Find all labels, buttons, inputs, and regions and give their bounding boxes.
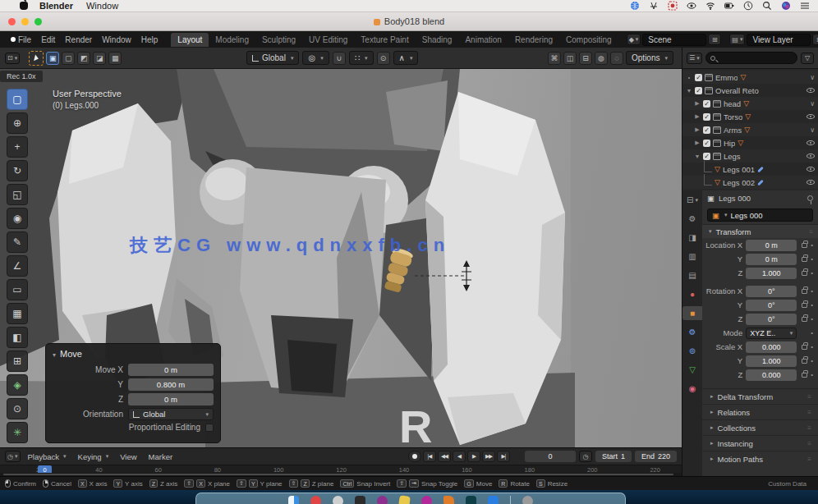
viewport-3d[interactable]: Rec 1.0x User Perspective (0) Legs.000 ▢…: [0, 69, 682, 447]
editor-type-button[interactable]: ⊟▾: [684, 193, 701, 207]
lock-icon[interactable]: [802, 303, 807, 308]
tab-view-layer-properties[interactable]: ▤: [684, 268, 701, 282]
scale-z-field[interactable]: 0.000: [746, 369, 797, 381]
lock-icon[interactable]: [802, 271, 807, 276]
tool-scale-button[interactable]: ◱: [7, 184, 28, 205]
menu-render[interactable]: Render: [60, 35, 97, 44]
rotation-y-field[interactable]: 0°: [746, 300, 797, 311]
chevron-down-icon[interactable]: ∨: [810, 126, 815, 134]
dock-app-gray-icon[interactable]: [333, 496, 343, 504]
tool-extrude-button[interactable]: ▦: [7, 303, 28, 324]
view-layer-name-field[interactable]: View Layer: [747, 34, 811, 46]
tool-add-primitive-button[interactable]: ▭: [7, 279, 28, 300]
tool-cursor-button[interactable]: ⊕: [7, 112, 28, 134]
orientation-dropdown[interactable]: Global▾: [128, 408, 214, 420]
tab-uv-editing[interactable]: UV Editing: [302, 33, 354, 47]
menu-help[interactable]: Help: [136, 35, 163, 44]
tool-measure-button[interactable]: ∠: [7, 255, 28, 277]
tool-rotate-button[interactable]: ↻: [7, 160, 28, 181]
chevron-down-icon[interactable]: ∨: [810, 74, 815, 81]
tab-modeling[interactable]: Modeling: [209, 33, 255, 47]
location-x-field[interactable]: 0 m: [746, 240, 797, 251]
scale-x-field[interactable]: 0.000: [746, 341, 797, 353]
proportional-edit-button[interactable]: ⊙: [377, 52, 390, 65]
tool-poly-build-button[interactable]: ✳: [7, 422, 28, 443]
marker-menu[interactable]: Marker: [145, 452, 177, 461]
jump-to-end-button[interactable]: ▶|: [497, 451, 510, 462]
scene-browse-icon[interactable]: ◆▾: [627, 34, 641, 45]
globe-icon[interactable]: [630, 1, 640, 11]
toggle-xray-button[interactable]: ⊟: [579, 52, 592, 65]
next-keyframe-button[interactable]: ▶▶: [482, 451, 495, 462]
select-mode-tweak-button[interactable]: ▣: [46, 52, 59, 65]
tab-shading[interactable]: Shading: [416, 33, 459, 47]
keying-menu[interactable]: Keying▾: [74, 452, 113, 461]
tab-output-properties[interactable]: ▥: [684, 250, 701, 263]
move-z-field[interactable]: 0 m: [128, 393, 214, 405]
lock-icon[interactable]: [802, 243, 807, 248]
tab-animation[interactable]: Animation: [458, 33, 508, 47]
collection-checkbox[interactable]: [703, 153, 710, 160]
play-reverse-button[interactable]: ◀: [453, 451, 466, 462]
section-instancing[interactable]: ▸Instancing≡: [702, 435, 818, 451]
select-mode-paint-button[interactable]: ▦: [108, 52, 122, 65]
dock-finder-icon[interactable]: [288, 496, 299, 504]
section-relations[interactable]: ▸Relations≡: [702, 404, 818, 419]
search-icon[interactable]: [762, 1, 772, 11]
lock-icon[interactable]: [802, 257, 807, 262]
transform-orientation-dropdown[interactable]: Global▾: [246, 51, 299, 65]
tab-sculpting[interactable]: Sculpting: [255, 33, 302, 47]
window-menu[interactable]: Window: [86, 1, 118, 11]
location-y-field[interactable]: 0 m: [746, 254, 797, 265]
tab-physics-properties[interactable]: ⊚: [684, 344, 701, 358]
scene-name-field[interactable]: Scene: [642, 34, 706, 46]
tool-move-button[interactable]: +: [7, 136, 28, 158]
outliner-row-legs[interactable]: ▼ Legs: [682, 149, 818, 163]
hide-viewport-icon[interactable]: [807, 114, 815, 119]
dock-app-yellow-icon[interactable]: [398, 495, 411, 504]
hide-viewport-icon[interactable]: [807, 167, 815, 172]
app-menu[interactable]: Blender: [39, 1, 73, 11]
dock-settings-gear-icon[interactable]: [522, 496, 533, 504]
lock-icon[interactable]: [802, 317, 807, 322]
hide-viewport-icon[interactable]: [807, 180, 815, 185]
pin-icon[interactable]: [807, 195, 813, 201]
clock-icon[interactable]: [743, 1, 753, 11]
tab-tool-properties[interactable]: ⚙: [684, 212, 701, 226]
rotation-x-field[interactable]: 0°: [746, 286, 797, 297]
menu-edit[interactable]: Edit: [36, 35, 60, 44]
move-y-field[interactable]: 0.800 m: [128, 378, 214, 391]
view-menu[interactable]: View: [116, 452, 140, 461]
tab-compositing[interactable]: Compositing: [559, 33, 618, 47]
viewport-options-dropdown[interactable]: Options▾: [626, 51, 673, 65]
play-button[interactable]: ▶: [467, 451, 480, 462]
move-x-field[interactable]: 0 m: [128, 364, 214, 376]
lock-icon[interactable]: [802, 359, 807, 364]
lock-icon[interactable]: [802, 289, 807, 294]
move-panel-title[interactable]: Move: [53, 349, 214, 359]
tab-rendering[interactable]: Rendering: [508, 33, 559, 47]
control-center-icon[interactable]: [800, 1, 810, 11]
tab-texture-paint[interactable]: Texture Paint: [354, 33, 415, 47]
frame-start-field[interactable]: Start1: [595, 451, 632, 462]
dock-app-blue-icon[interactable]: [488, 496, 499, 504]
outliner-display-mode-button[interactable]: ☰▾: [687, 53, 702, 64]
collection-checkbox[interactable]: [703, 100, 710, 108]
menu-window[interactable]: Window: [97, 35, 136, 44]
screen-record-icon[interactable]: [668, 1, 678, 11]
scale-y-field[interactable]: 1.000: [746, 355, 797, 367]
outliner-row-hip[interactable]: ▶ Hip: [682, 136, 818, 149]
dock-app-orange-icon[interactable]: [443, 496, 454, 504]
collection-checkbox[interactable]: [703, 140, 710, 147]
battery-icon[interactable]: [724, 1, 734, 11]
rotation-mode-dropdown[interactable]: XYZ E..▾: [746, 328, 797, 339]
show-gizmo-button[interactable]: ⌘: [548, 52, 561, 65]
outliner-row-torso[interactable]: ▶ Torso: [682, 110, 818, 123]
select-mode-box-button[interactable]: ▢: [62, 52, 75, 65]
lock-icon[interactable]: [802, 345, 807, 350]
outliner-row-overall[interactable]: ▼ Overall Reto: [682, 84, 818, 97]
tool-bevel-button[interactable]: ⊞: [7, 351, 28, 372]
new-scene-button[interactable]: ⊞: [708, 34, 721, 45]
current-frame-field[interactable]: 0: [525, 451, 576, 462]
apple-logo-icon[interactable]: [20, 2, 28, 10]
